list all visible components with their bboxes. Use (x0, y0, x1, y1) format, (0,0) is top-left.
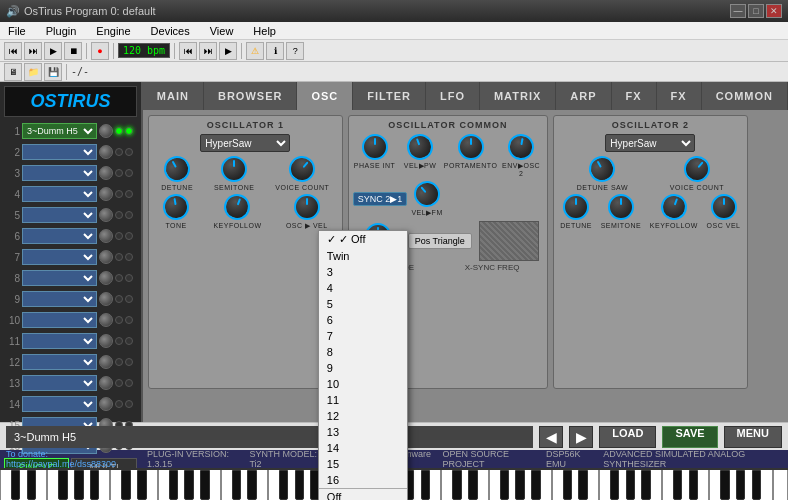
white-key-d1[interactable] (16, 470, 32, 500)
track-select-5[interactable] (22, 207, 97, 223)
white-key-c6[interactable] (552, 470, 568, 500)
osc2-semitone-knob[interactable] (608, 194, 634, 220)
voice-count-dropdown[interactable]: ✓ Off Twin 3 4 5 6 7 8 9 10 11 12 13 14 (318, 230, 408, 394)
osc1-semitone-knob[interactable] (221, 156, 247, 182)
phase-int-knob[interactable] (362, 134, 388, 160)
track-knob-5[interactable] (99, 208, 113, 222)
osc2-voicecount-knob[interactable] (679, 151, 716, 188)
track-select-12[interactable] (22, 354, 97, 370)
tab-fx1[interactable]: FX 1 (612, 82, 657, 110)
track-select-6[interactable] (22, 228, 97, 244)
fm-mode-display[interactable]: Pos Triangle (408, 233, 472, 249)
close-btn[interactable]: ✕ (766, 4, 782, 18)
track-knob-12[interactable] (99, 355, 113, 369)
white-key-a3[interactable] (300, 470, 316, 500)
osc1-keyfollow-knob[interactable] (221, 190, 254, 223)
white-key-a5[interactable] (520, 470, 536, 500)
tab-main[interactable]: MAIN (143, 82, 204, 110)
tab-lfo[interactable]: LFO (426, 82, 480, 110)
track-knob-11[interactable] (99, 334, 113, 348)
white-key-b7[interactable] (757, 470, 773, 500)
track-select-13[interactable] (22, 375, 97, 391)
white-key-d5[interactable] (457, 470, 473, 500)
menu-view[interactable]: View (206, 25, 238, 37)
save-btn[interactable]: SAVE (662, 426, 717, 448)
white-key-c1[interactable] (0, 470, 16, 500)
tb-loop[interactable]: ⏮ (179, 42, 197, 60)
white-key-c3[interactable] (221, 470, 237, 500)
track-select-4[interactable] (22, 186, 97, 202)
white-key-b4[interactable] (426, 470, 442, 500)
white-key-b5[interactable] (536, 470, 552, 500)
track-select-11[interactable] (22, 333, 97, 349)
white-key-g6[interactable] (615, 470, 631, 500)
dropdown-9[interactable]: 9 (319, 360, 407, 376)
white-key-d2[interactable] (126, 470, 142, 500)
track-knob-14[interactable] (99, 397, 113, 411)
white-key-f3[interactable] (268, 470, 284, 500)
white-key-c5[interactable] (441, 470, 457, 500)
menu-devices[interactable]: Devices (147, 25, 194, 37)
white-key-b2[interactable] (205, 470, 221, 500)
osc2-detune-knob[interactable] (563, 194, 589, 220)
white-key-a6[interactable] (631, 470, 647, 500)
tb-info[interactable]: ℹ (266, 42, 284, 60)
tab-filter[interactable]: FILTER (353, 82, 426, 110)
dropdown-10[interactable]: 10 (319, 376, 407, 392)
white-key-g5[interactable] (505, 470, 521, 500)
maximize-btn[interactable]: □ (748, 4, 764, 18)
track-knob-9[interactable] (99, 292, 113, 306)
nav-left-btn[interactable]: ◀ (539, 426, 563, 448)
white-key-f5[interactable] (489, 470, 505, 500)
tb-redo[interactable]: ▶ (219, 42, 237, 60)
white-key-d6[interactable] (568, 470, 584, 500)
white-key-g1[interactable] (63, 470, 79, 500)
white-key-g3[interactable] (284, 470, 300, 500)
track-knob-4[interactable] (99, 187, 113, 201)
tab-arp[interactable]: ARP (556, 82, 611, 110)
tb2-a[interactable]: 🖥 (4, 63, 22, 81)
dropdown-11[interactable]: 11 (319, 392, 407, 394)
tab-osc[interactable]: OSC (297, 82, 353, 110)
tb-undo[interactable]: ⏭ (199, 42, 217, 60)
dropdown-4[interactable]: 4 (319, 280, 407, 296)
track-select-10[interactable] (22, 312, 97, 328)
tb-warn[interactable]: ⚠ (246, 42, 264, 60)
track-knob-8[interactable] (99, 271, 113, 285)
track-knob-13[interactable] (99, 376, 113, 390)
sync-btn[interactable]: SYNC 2▶1 (353, 192, 408, 206)
osc1-waveform-select[interactable]: HyperSaw Sine Square (200, 134, 290, 152)
tab-common[interactable]: COMMON (702, 82, 788, 110)
white-key-c8[interactable] (773, 470, 788, 500)
white-key-d3[interactable] (236, 470, 252, 500)
track-select-8[interactable] (22, 270, 97, 286)
white-key-a4[interactable] (410, 470, 426, 500)
track-knob-1[interactable] (99, 124, 113, 138)
track-select-3[interactable] (22, 165, 97, 181)
track-knob-7[interactable] (99, 250, 113, 264)
menu-btn[interactable]: MENU (724, 426, 782, 448)
dropdown-6[interactable]: 6 (319, 312, 407, 328)
menu-help[interactable]: Help (249, 25, 280, 37)
osc1-oscvel-knob[interactable] (294, 194, 320, 220)
track-select-7[interactable] (22, 249, 97, 265)
white-key-g7[interactable] (725, 470, 741, 500)
tb-copy[interactable]: ● (91, 42, 109, 60)
white-key-a1[interactable] (79, 470, 95, 500)
load-btn[interactable]: LOAD (599, 426, 656, 448)
white-key-e3[interactable] (252, 470, 268, 500)
menu-plugin[interactable]: Plugin (42, 25, 81, 37)
white-key-c7[interactable] (662, 470, 678, 500)
track-knob-3[interactable] (99, 166, 113, 180)
track-select-2[interactable] (22, 144, 97, 160)
track-knob-10[interactable] (99, 313, 113, 327)
osc1-tone-knob[interactable] (161, 192, 191, 222)
white-key-f1[interactable] (47, 470, 63, 500)
env-osc2-knob[interactable] (506, 132, 536, 162)
vel-pw-knob[interactable] (403, 130, 436, 163)
tb2-b[interactable]: 📁 (24, 63, 42, 81)
dropdown-8[interactable]: 8 (319, 344, 407, 360)
white-key-f2[interactable] (158, 470, 174, 500)
osc2-waveform-select[interactable]: HyperSaw (605, 134, 695, 152)
tb2-c[interactable]: 💾 (44, 63, 62, 81)
